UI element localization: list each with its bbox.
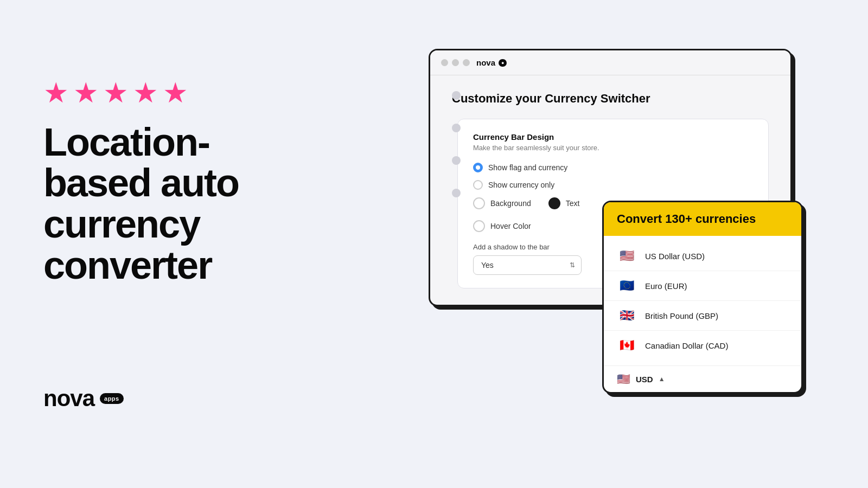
logo-badge: apps [100,393,124,404]
traffic-dot-3 [463,59,470,66]
radio-label-currency: Show currency only [488,181,554,189]
shadow-select[interactable]: Yes No [473,255,582,275]
currency-item-gbp[interactable]: 🇬🇧 British Pound (GBP) [604,301,801,331]
background-color-circle[interactable] [473,197,485,209]
hover-color-circle[interactable] [473,220,485,232]
currency-name-cad: Canadian Dollar (CAD) [645,341,728,350]
radio-show-currency[interactable]: Show currency only [473,180,753,190]
side-dot-2 [452,124,461,132]
radio-circle-currency[interactable] [473,180,483,190]
radio-circle-flag[interactable] [473,163,483,172]
stars-row: ★ ★ ★ ★ ★ [43,76,315,109]
currency-header: Convert 130+ currencies [604,202,801,236]
side-dot-1 [452,91,461,100]
traffic-dot-2 [452,59,459,66]
currency-name-eur: Euro (EUR) [645,281,687,291]
text-color-option[interactable]: Text [548,197,580,209]
star-3: ★ [103,76,129,109]
browser-brand-text: nova [476,58,495,67]
radio-label-flag: Show flag and currency [488,163,567,172]
currency-item-usd[interactable]: 🇺🇸 US Dollar (USD) [604,241,801,271]
currency-footer[interactable]: 🇺🇸 USD ▲ [604,365,801,392]
side-dots [452,91,461,197]
card-section-sub: Make the bar seamlessly suit your store. [473,144,753,152]
footer-usd-label: USD [636,375,653,384]
browser-brand: nova ● [476,58,507,67]
background-color-option[interactable]: Background [473,197,531,209]
hover-color-label: Hover Color [490,222,531,230]
text-color-label: Text [566,199,580,208]
currency-name-gbp: British Pound (GBP) [645,311,718,320]
customize-title: Customize your Currency Switcher [452,92,769,106]
star-2: ★ [73,76,99,109]
flag-eur: 🇪🇺 [617,279,636,293]
flag-usd: 🇺🇸 [617,249,636,263]
shadow-select-wrapper[interactable]: Yes No ⇅ [473,255,582,275]
radio-show-flag[interactable]: Show flag and currency [473,163,753,172]
background-color-label: Background [490,199,531,208]
traffic-dot-1 [441,59,448,66]
hover-color-option[interactable]: Hover Color [473,220,531,232]
flag-gbp: 🇬🇧 [617,309,636,323]
currency-list: 🇺🇸 US Dollar (USD) 🇪🇺 Euro (EUR) 🇬🇧 Brit… [604,236,801,365]
flag-cad: 🇨🇦 [617,338,636,352]
side-dot-4 [452,189,461,197]
star-4: ★ [133,76,158,109]
text-color-circle[interactable] [548,197,560,209]
left-section: ★ ★ ★ ★ ★ Location-based auto currency c… [43,76,315,412]
footer-flag: 🇺🇸 [617,373,630,386]
currency-card: Convert 130+ currencies 🇺🇸 US Dollar (US… [602,201,803,394]
browser-titlebar: nova ● [430,50,790,75]
star-1: ★ [43,76,69,109]
currency-item-cad[interactable]: 🇨🇦 Canadian Dollar (CAD) [604,331,801,360]
currency-name-usd: US Dollar (USD) [645,252,705,261]
browser-brand-badge: ● [499,59,507,67]
side-dot-3 [452,156,461,165]
card-section-title: Currency Bar Design [473,132,753,142]
hero-title: Location-based auto currency converter [43,122,315,286]
traffic-lights [441,59,470,66]
logo-text: nova [43,386,94,412]
footer-arrow-icon: ▲ [659,375,665,383]
right-section: nova ● Customize your Currency Switcher … [418,49,825,439]
star-5: ★ [163,76,188,109]
currency-item-eur[interactable]: 🇪🇺 Euro (EUR) [604,271,801,301]
bottom-logo: nova apps [43,386,315,412]
